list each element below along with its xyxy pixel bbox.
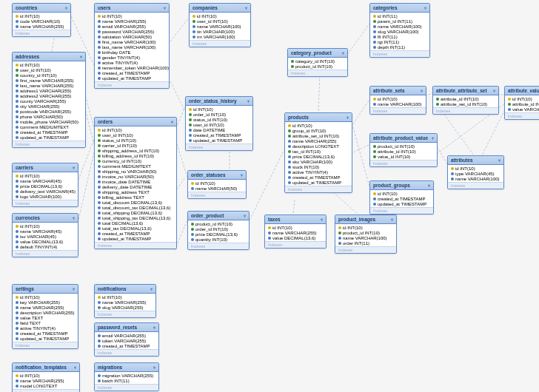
collapse-icon[interactable]: ▾ (73, 286, 75, 291)
table-users[interactable]: users▾id INT(10)name VARCHAR(255)email V… (94, 3, 170, 89)
table-header[interactable]: order_status_history▾ (186, 97, 252, 106)
column[interactable]: attribute_id INT(10) (433, 96, 498, 101)
table-carriers[interactable]: carriers▾id INT(10)name VARCHAR(45)price… (12, 163, 78, 207)
table-password_resets[interactable]: password_resets▾email VARCHAR(255)token … (94, 322, 159, 356)
column[interactable]: total_shipping DECIMAL(13,6) (95, 210, 176, 215)
column[interactable]: user_id INT(10) (186, 122, 252, 127)
table-addresses[interactable]: addresses▾id INT(10)user_id INT(10)count… (12, 52, 86, 148)
column[interactable]: last_name VARCHAR(255) (13, 83, 85, 88)
column[interactable]: product_id INT(10) (335, 230, 396, 235)
column[interactable]: updated_at TIMESTAMP (13, 336, 78, 341)
table-footer[interactable]: Indexes (13, 250, 78, 257)
collapse-icon[interactable]: ▾ (153, 365, 155, 370)
column[interactable]: id INT(10) (190, 13, 250, 18)
table-products[interactable]: products▾id INT(10)group_id INT(10)attri… (284, 112, 352, 193)
column[interactable]: trn VARCHAR(100) (190, 34, 250, 39)
table-order_product[interactable]: order_product▾product_id INT(10)order_id… (187, 211, 250, 250)
table-migrations[interactable]: migrations▾migration VARCHAR(255)batch I… (94, 362, 159, 391)
column[interactable]: city VARCHAR(255) (13, 104, 85, 109)
table-footer[interactable]: Indexes (370, 160, 437, 166)
table-footer[interactable]: Indexes (433, 107, 498, 114)
column[interactable]: price DECIMAL(13,6) (13, 183, 78, 189)
collapse-icon[interactable]: ▾ (171, 119, 173, 124)
table-category_product[interactable]: category_product▾category_id INT(10)prod… (287, 48, 348, 77)
collapse-icon[interactable]: ▾ (164, 5, 166, 10)
column[interactable]: country_id INT(10) (13, 72, 85, 78)
table-attribute_sets[interactable]: attribute_sets▾id INT(10)name VARCHAR(10… (369, 86, 426, 115)
column[interactable]: name VARCHAR(100) (190, 24, 250, 29)
table-header[interactable]: notification_templates▾ (13, 363, 79, 372)
table-footer[interactable]: Indexes (335, 246, 396, 253)
table-header[interactable]: product_images▾ (335, 215, 396, 224)
column[interactable]: created_at TIMESTAMP (95, 231, 176, 236)
column[interactable]: name VARCHAR(100) (370, 101, 426, 107)
table-header[interactable]: attribute_attribute_set▾ (433, 87, 498, 95)
table-header[interactable]: carriers▾ (13, 163, 78, 172)
column[interactable]: slug VARCHAR(255) (95, 305, 155, 310)
column[interactable]: parent_id INT(11) (370, 18, 429, 24)
column[interactable]: id INT(10) (13, 173, 78, 178)
table-footer[interactable]: Indexes (13, 389, 79, 392)
column[interactable]: name VARCHAR(100) (448, 176, 503, 181)
table-companies[interactable]: companies▾id INT(10)user_id INT(10)name … (189, 3, 251, 47)
table-header[interactable]: addresses▾ (13, 53, 85, 61)
column[interactable]: iso VARCHAR(45) (13, 234, 78, 239)
column[interactable]: product_id INT(10) (288, 64, 347, 69)
table-header[interactable]: products▾ (285, 113, 352, 122)
table-header[interactable]: companies▾ (190, 4, 250, 13)
column[interactable]: currency_id INT(10) (95, 158, 176, 163)
column[interactable]: created_at TIMESTAMP (95, 343, 158, 348)
column[interactable]: salutation VARCHAR(50) (95, 34, 169, 39)
table-attribute_values[interactable]: attribute_values▾id INT(10)attribute_id … (504, 86, 539, 120)
column[interactable]: id INT(10) (335, 225, 396, 230)
column[interactable]: group_id INT(10) (285, 128, 352, 133)
column[interactable]: id INT(10) (95, 294, 155, 300)
collapse-icon[interactable]: ▾ (421, 88, 423, 93)
table-footer[interactable]: Indexes (13, 342, 78, 348)
table-header[interactable]: countries▾ (13, 4, 70, 13)
column[interactable]: id INT(11) (370, 13, 429, 18)
column[interactable]: code VARCHAR(10) (13, 18, 70, 24)
column[interactable]: name VARCHAR(255) (285, 138, 352, 143)
column[interactable]: phone VARCHAR(50) (13, 114, 85, 119)
collapse-icon[interactable]: ▾ (321, 217, 323, 222)
column[interactable]: name VARCHAR(45) (13, 229, 78, 234)
column[interactable]: attribute_set_id INT(10) (285, 133, 352, 138)
column[interactable]: id INT(10) (505, 96, 539, 101)
column[interactable]: quantity INT(10) (188, 237, 249, 242)
column[interactable]: id INT(10) (95, 13, 169, 18)
column[interactable]: attribute_id INT(10) (505, 101, 539, 107)
table-notification_templates[interactable]: notification_templates▾id INT(10)name VA… (12, 362, 80, 392)
column[interactable]: birthday DATE (95, 50, 169, 55)
column[interactable]: billing_address_id INT(10) (95, 153, 176, 158)
column[interactable]: last_name VARCHAR(100) (95, 44, 169, 50)
collapse-icon[interactable]: ▾ (247, 98, 250, 104)
collapse-icon[interactable]: ▾ (73, 165, 75, 170)
table-footer[interactable]: Indexes (95, 242, 176, 249)
table-footer[interactable]: Indexes (370, 107, 426, 114)
column[interactable]: id INT(10) (13, 294, 78, 300)
column[interactable]: updated_at TIMESTAMP (13, 135, 85, 140)
table-footer[interactable]: Indexes (285, 186, 352, 192)
table-header[interactable]: categories▾ (370, 4, 429, 13)
column[interactable]: category_id INT(10) (288, 58, 347, 64)
column[interactable]: tin VARCHAR(100) (190, 29, 250, 34)
table-footer[interactable]: Indexes (13, 30, 70, 36)
table-footer[interactable]: Indexes (13, 200, 78, 206)
column[interactable]: default TINYINT(4) (13, 244, 78, 249)
collapse-icon[interactable]: ▾ (150, 286, 153, 291)
column[interactable]: created_at TIMESTAMP (285, 175, 352, 180)
collapse-icon[interactable]: ▾ (73, 215, 75, 220)
column[interactable]: first_name VARCHAR(255) (13, 78, 85, 83)
column[interactable]: updated_at TIMESTAMP (95, 236, 176, 241)
column[interactable]: created_at TIMESTAMP (13, 331, 78, 336)
collapse-icon[interactable]: ▾ (391, 217, 393, 222)
table-attributes[interactable]: attributes▾id INT(10)type VARCHAR(45)nam… (447, 155, 504, 189)
column[interactable]: value VARCHAR(100) (505, 107, 539, 112)
column[interactable]: id INT(10) (95, 127, 176, 132)
column[interactable]: delivery_text VARCHAR(45) (13, 189, 78, 194)
table-categories[interactable]: categories▾id INT(11)parent_id INT(11)na… (369, 3, 430, 58)
collapse-icon[interactable]: ▾ (424, 5, 426, 10)
column[interactable]: description VARCHAR(255) (13, 310, 78, 315)
column[interactable]: name VARCHAR(50) (188, 186, 246, 191)
